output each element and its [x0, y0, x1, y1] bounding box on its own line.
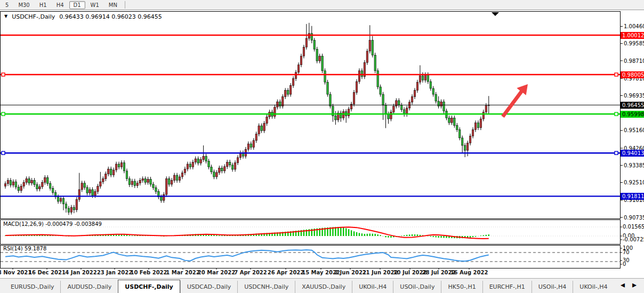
tab-usoil-daily[interactable]: USOil-,Daily [393, 281, 441, 293]
price-badge-0.98005: 0.98005 [621, 71, 644, 78]
level-handle[interactable] [2, 112, 5, 116]
price-badge-0.94013: 0.94013 [621, 150, 644, 157]
price-axis-tick: 0.90735 [624, 215, 644, 221]
symbol-tab-bar: EURUSD-,DailyAUDUSD-,DailyUSDCHF-,DailyU… [0, 278, 644, 293]
rsi-axis-label: 0 [623, 262, 626, 267]
chart-title: ▼ USDCHF-,Daily 0.96433 0.96914 0.96023 … [4, 13, 162, 20]
tab-xauusd-daily[interactable]: XAUUSD-,Daily [295, 281, 352, 293]
date-axis-label: 2 Jun 2022 [334, 270, 366, 275]
level-handle[interactable] [615, 151, 618, 154]
tab-ukoil-h4[interactable]: UKOil-,H4 [573, 281, 614, 293]
price-axis-tick: 0.93385 [624, 162, 644, 168]
tab-usdcnh-daily[interactable]: USDCNH-,Daily [237, 281, 295, 293]
rsi-axis-label: 70 [623, 250, 630, 255]
tab-ukoil-h4[interactable]: UKOil-,H4 [352, 281, 393, 293]
date-axis-label: 7 Apr 2022 [234, 270, 267, 275]
chart-ohlc-values: 0.96433 0.96914 0.96023 0.96455 [59, 13, 162, 20]
date-axis-label: 20 Mar 2022 [198, 270, 235, 275]
price-chart-canvas[interactable] [0, 0, 644, 293]
date-axis-label: 4 Jan 2022 [65, 270, 96, 275]
level-handle[interactable] [2, 151, 5, 154]
tab-eurusd-daily[interactable]: EURUSD-,Daily [4, 281, 60, 293]
price-axis-tick: 1.00460 [624, 23, 644, 29]
tab-usoil-h4[interactable]: USOil-,H4 [532, 281, 573, 293]
price-badge-0.91811: 0.91811 [621, 193, 644, 200]
price-badge-0.96455: 0.96455 [621, 102, 644, 109]
tab-usdchf-daily[interactable]: USDCHF-,Daily [118, 280, 180, 293]
date-axis-label: 16 Aug 2022 [450, 270, 488, 275]
level-handle[interactable] [615, 112, 618, 116]
macd-indicator-label: MACD(12,26,9) -0.000479 -0.003849 [3, 221, 102, 227]
chart-symbol-label: USDCHF-,Daily [12, 13, 55, 20]
trading-platform-window: 5M30H1H4D1W1MN ▼ USDCHF-,Daily 0.96433 0… [0, 0, 644, 293]
rsi-indicator-label: RSI(14) 59.1878 [3, 246, 46, 251]
tab-hk50-h1[interactable]: HK50-,H1 [441, 281, 482, 293]
macd-axis-label: 0.015654 [623, 224, 644, 230]
tab-eurchf-h1[interactable]: EURCHF-,H1 [482, 281, 532, 293]
date-axis-label: 16 Dec 2021 [28, 270, 66, 275]
date-axis-label: 23 Jan 2022 [97, 270, 132, 275]
tab-usdcad-daily[interactable]: USDCAD-,Daily [180, 281, 237, 293]
price-axis-tick: 0.95160 [624, 127, 644, 133]
date-axis-label: 1 Mar 2022 [166, 270, 199, 275]
scroll-left-icon[interactable]: ◂ [621, 280, 625, 290]
date-axis-label: 21 Jun 2022 [363, 270, 398, 275]
level-handle[interactable] [615, 73, 618, 76]
scroll-right-icon[interactable]: ▸ [632, 280, 637, 290]
price-axis-tick: 0.92510 [624, 180, 644, 185]
price-badge-1.00012: 1.00012 [621, 32, 644, 39]
date-axis-label: 10 Feb 2022 [130, 270, 167, 275]
level-handle[interactable] [2, 73, 5, 76]
price-axis-tick: 0.98710 [624, 58, 644, 64]
price-axis-tick: 0.99585 [624, 40, 644, 46]
date-axis-label: 28 Nov 2021 [0, 270, 31, 275]
chart-menu-icon[interactable]: ▼ [4, 14, 7, 19]
price-axis-tick: 0.96935 [624, 93, 644, 99]
tab-audusd-daily[interactable]: AUDUSD-,Daily [60, 281, 118, 293]
price-badge-0.95998: 0.95998 [621, 111, 644, 118]
date-axis-label: 26 Apr 2022 [268, 270, 304, 275]
macd-axis-label: -0.0072595 [623, 237, 644, 242]
tab-scroll-controls: ◂▸ [621, 280, 637, 293]
